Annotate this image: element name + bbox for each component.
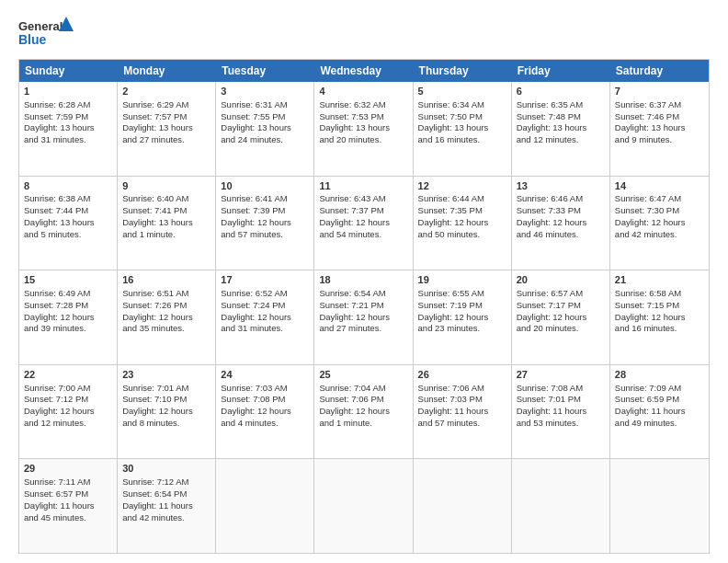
day-info-line: and 8 minutes. [122, 418, 210, 430]
day-number: 1 [24, 85, 112, 98]
day-info-line: and 27 minutes. [319, 323, 407, 335]
day-number: 4 [319, 85, 407, 98]
weekday-header: Sunday [19, 60, 118, 82]
day-info-line: Daylight: 12 hours [221, 217, 309, 229]
day-info-line: and 46 minutes. [517, 229, 605, 241]
day-info-line: Daylight: 12 hours [122, 312, 210, 324]
calendar-cell: 27Sunrise: 7:08 AMSunset: 7:01 PMDayligh… [512, 365, 610, 459]
day-info-line: Sunset: 7:39 PM [221, 205, 309, 217]
day-info-line: Sunset: 7:19 PM [418, 300, 506, 312]
day-info-line: Sunrise: 6:41 AM [221, 193, 309, 205]
logo: General Blue [18, 15, 74, 52]
calendar-cell: 2Sunrise: 6:29 AMSunset: 7:57 PMDaylight… [118, 82, 216, 176]
day-info-line: Sunrise: 6:37 AM [615, 99, 704, 111]
day-number: 6 [517, 85, 605, 98]
calendar-cell: 15Sunrise: 6:49 AMSunset: 7:28 PMDayligh… [19, 270, 118, 364]
day-info-line: and 12 minutes. [517, 134, 605, 146]
day-info-line: Daylight: 12 hours [418, 217, 506, 229]
day-info-line: Sunrise: 6:43 AM [319, 193, 407, 205]
day-info-line: Sunrise: 6:28 AM [24, 99, 112, 111]
day-number: 3 [221, 85, 309, 98]
day-info-line: and 1 minute. [122, 229, 210, 241]
day-number: 8 [24, 179, 112, 193]
day-info-line: and 16 minutes. [615, 323, 704, 335]
day-info-line: Sunset: 7:35 PM [418, 205, 506, 217]
day-info-line: Sunset: 7:10 PM [122, 394, 210, 406]
day-info-line: Sunrise: 6:51 AM [122, 288, 210, 300]
day-info-line: Daylight: 12 hours [24, 312, 112, 324]
day-info-line: Sunset: 6:59 PM [615, 394, 704, 406]
day-number: 7 [615, 85, 704, 98]
calendar-row: 8Sunrise: 6:38 AMSunset: 7:44 PMDaylight… [19, 176, 709, 270]
day-number: 27 [517, 368, 605, 382]
day-info-line: Sunset: 7:21 PM [319, 300, 407, 312]
calendar-row: 29Sunrise: 7:11 AMSunset: 6:57 PMDayligh… [19, 458, 709, 553]
day-info-line: Daylight: 12 hours [319, 312, 407, 324]
calendar-cell-empty [314, 459, 413, 553]
svg-text:Blue: Blue [18, 32, 47, 47]
day-info-line: Sunset: 7:30 PM [615, 205, 704, 217]
day-info-line: and 42 minutes. [122, 512, 210, 524]
day-info-line: Sunset: 7:57 PM [122, 111, 210, 123]
day-info-line: Sunrise: 7:09 AM [615, 383, 704, 395]
calendar-cell-empty [216, 459, 314, 553]
day-info-line: Sunrise: 7:12 AM [122, 477, 210, 488]
calendar-cell: 23Sunrise: 7:01 AMSunset: 7:10 PMDayligh… [118, 365, 216, 459]
day-info-line: Daylight: 12 hours [319, 217, 407, 229]
day-info-line: Sunrise: 7:08 AM [517, 383, 605, 395]
day-info-line: and 4 minutes. [221, 418, 309, 430]
day-number: 9 [122, 179, 210, 193]
day-number: 22 [24, 368, 112, 382]
calendar-cell: 7Sunrise: 6:37 AMSunset: 7:46 PMDaylight… [610, 82, 709, 176]
calendar-cell: 8Sunrise: 6:38 AMSunset: 7:44 PMDaylight… [19, 177, 118, 270]
day-number: 2 [122, 85, 210, 98]
day-number: 12 [418, 179, 506, 193]
calendar-cell: 6Sunrise: 6:35 AMSunset: 7:48 PMDaylight… [512, 82, 610, 176]
day-info-line: Sunrise: 6:40 AM [122, 193, 210, 205]
day-number: 5 [418, 85, 506, 98]
calendar-cell: 19Sunrise: 6:55 AMSunset: 7:19 PMDayligh… [414, 270, 512, 364]
calendar-cell: 3Sunrise: 6:31 AMSunset: 7:55 PMDaylight… [216, 82, 314, 176]
day-info-line: and 1 minute. [319, 418, 407, 430]
calendar-cell: 28Sunrise: 7:09 AMSunset: 6:59 PMDayligh… [610, 365, 709, 459]
weekday-header: Wednesday [314, 60, 413, 82]
day-info-line: and 57 minutes. [418, 418, 506, 430]
day-info-line: Sunset: 7:28 PM [24, 300, 112, 312]
calendar-cell-empty [610, 459, 709, 553]
weekday-header: Monday [118, 60, 216, 82]
day-info-line: and 23 minutes. [418, 323, 506, 335]
day-info-line: Sunrise: 6:52 AM [221, 288, 309, 300]
day-info-line: Daylight: 12 hours [418, 312, 506, 324]
calendar-header: SundayMondayTuesdayWednesdayThursdayFrid… [19, 60, 709, 82]
day-info-line: Sunrise: 6:38 AM [24, 193, 112, 205]
day-info-line: Sunrise: 6:31 AM [221, 99, 309, 111]
day-info-line: Daylight: 13 hours [24, 217, 112, 229]
day-info-line: Daylight: 11 hours [615, 406, 704, 418]
day-info-line: and 20 minutes. [517, 323, 605, 335]
calendar-cell: 22Sunrise: 7:00 AMSunset: 7:12 PMDayligh… [19, 365, 118, 459]
day-info-line: and 35 minutes. [122, 323, 210, 335]
day-info-line: and 20 minutes. [319, 134, 407, 146]
day-info-line: Sunset: 7:24 PM [221, 300, 309, 312]
day-info-line: Sunrise: 6:55 AM [418, 288, 506, 300]
calendar-cell: 20Sunrise: 6:57 AMSunset: 7:17 PMDayligh… [512, 270, 610, 364]
day-info-line: Daylight: 13 hours [221, 122, 309, 134]
day-info-line: Sunrise: 6:47 AM [615, 193, 704, 205]
day-number: 21 [615, 273, 704, 287]
day-info-line: and 31 minutes. [221, 323, 309, 335]
calendar-cell: 25Sunrise: 7:04 AMSunset: 7:06 PMDayligh… [314, 365, 413, 459]
day-info-line: Sunset: 7:50 PM [418, 111, 506, 123]
day-info-line: and 9 minutes. [615, 134, 704, 146]
weekday-header: Tuesday [216, 60, 314, 82]
day-info-line: Daylight: 12 hours [517, 217, 605, 229]
day-info-line: Daylight: 12 hours [615, 217, 704, 229]
day-info-line: and 12 minutes. [24, 418, 112, 430]
day-number: 18 [319, 273, 407, 287]
day-info-line: Daylight: 13 hours [24, 122, 112, 134]
day-info-line: Sunset: 7:26 PM [122, 300, 210, 312]
day-info-line: Daylight: 12 hours [615, 312, 704, 324]
day-info-line: Sunset: 6:57 PM [24, 488, 112, 500]
day-info-line: Sunrise: 7:06 AM [418, 383, 506, 395]
day-info-line: Sunrise: 6:46 AM [517, 193, 605, 205]
day-number: 10 [221, 179, 309, 193]
